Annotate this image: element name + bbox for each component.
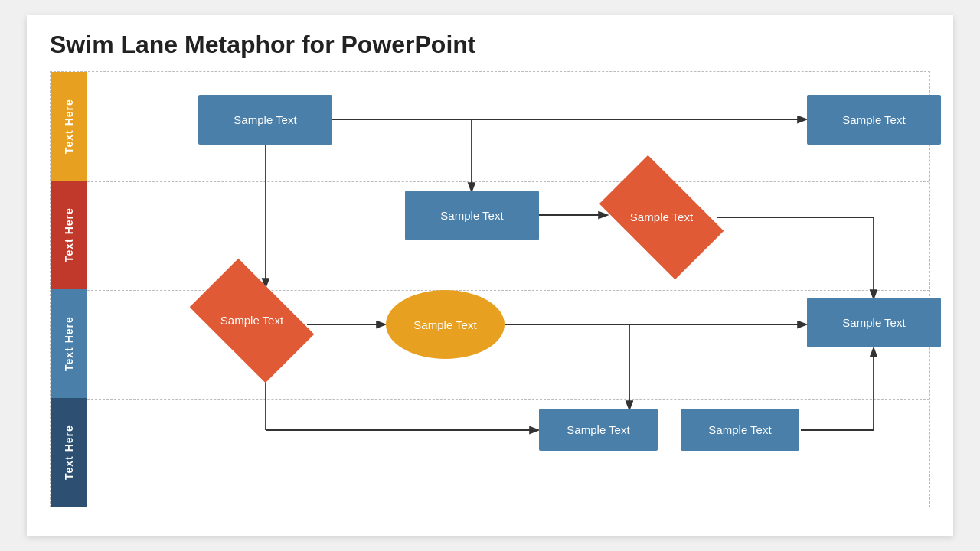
lane-divider-3 xyxy=(87,399,929,400)
shape-s9: Sample Text xyxy=(681,409,799,451)
shape-s5: Sample Text xyxy=(198,286,305,355)
shape-s4: Sample Text xyxy=(608,183,715,252)
lane-label-4: Text Here xyxy=(51,398,87,507)
shape-s1: Sample Text xyxy=(198,95,332,145)
lane-label-3: Text Here xyxy=(51,289,87,398)
shape-s6: Sample Text xyxy=(386,290,505,359)
shape-s8: Sample Text xyxy=(539,409,658,451)
page-title: Swim Lane Metaphor for PowerPoint xyxy=(50,31,930,59)
lane-label-2: Text Here xyxy=(51,181,87,289)
lane-divider-1 xyxy=(87,181,929,182)
shape-s3: Sample Text xyxy=(405,191,539,240)
shape-s2: Sample Text xyxy=(807,95,941,145)
lanes-column: Text Here Text Here Text Here Text Here xyxy=(51,72,87,507)
lane-label-1: Text Here xyxy=(51,72,87,181)
content-area: Sample Text Sample Text Sample Text Samp… xyxy=(87,72,929,507)
shape-s7: Sample Text xyxy=(807,298,941,347)
diagram-area: Text Here Text Here Text Here Text Here xyxy=(50,71,930,507)
